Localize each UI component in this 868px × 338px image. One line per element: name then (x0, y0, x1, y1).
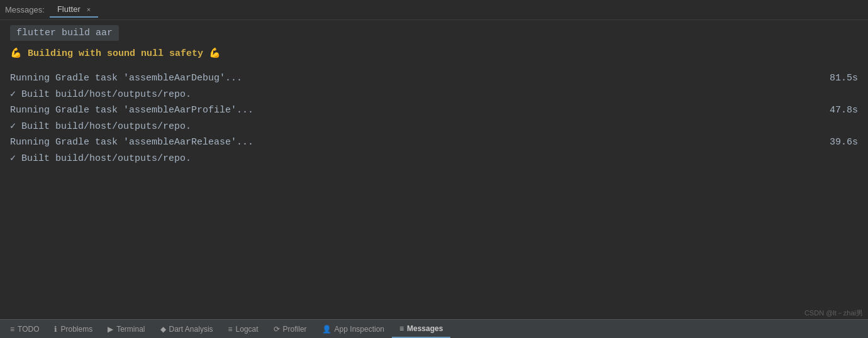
tab-bar: Messages: Flutter × (0, 0, 868, 20)
profiler-icon: ⟳ (274, 325, 280, 334)
check-line: ✓ Built build/host/outputs/repo. (10, 87, 858, 103)
toolbar-item-terminal[interactable]: ▶Terminal (100, 320, 152, 338)
command-line: flutter build aar (10, 25, 119, 41)
watermark: CSDN @lt－zhai男 (804, 308, 863, 318)
task-line: Running Gradle task 'assembleAarProfile'… (10, 102, 858, 119)
terminal-icon: ▶ (108, 325, 113, 334)
task-line: Running Gradle task 'assembleAarRelease'… (10, 134, 858, 151)
check-line: ✓ Built build/host/outputs/repo. (10, 151, 858, 167)
bottom-toolbar: ≡TODOℹProblems▶Terminal◆Dart Analysis≡Lo… (0, 319, 868, 338)
toolbar-item-dart-analysis[interactable]: ◆Dart Analysis (153, 320, 221, 338)
logcat-label: Logcat (236, 325, 259, 334)
terminal-content: flutter build aar 💪 Building with sound … (0, 20, 868, 319)
app-inspection-label: App Inspection (335, 325, 384, 334)
toolbar-item-messages[interactable]: ≡Messages (392, 320, 450, 338)
profiler-label: Profiler (283, 325, 307, 334)
flutter-tab-label: Flutter (57, 4, 81, 14)
flutter-tab-close[interactable]: × (87, 6, 91, 13)
messages-icon: ≡ (399, 324, 404, 333)
logcat-icon: ≡ (228, 325, 233, 334)
todo-label: TODO (18, 325, 39, 334)
messages-label: Messages (407, 324, 443, 333)
task-line: Running Gradle task 'assembleAarDebug'..… (10, 70, 858, 87)
toolbar-item-app-inspection[interactable]: 👤App Inspection (314, 320, 392, 338)
toolbar-items-container: ≡TODOℹProblems▶Terminal◆Dart Analysis≡Lo… (3, 320, 450, 338)
problems-icon: ℹ (54, 325, 57, 334)
messages-label: Messages: (5, 5, 45, 14)
dart-analysis-label: Dart Analysis (169, 325, 213, 334)
check-line: ✓ Built build/host/outputs/repo. (10, 119, 858, 135)
flutter-tab[interactable]: Flutter × (50, 2, 98, 18)
build-line: 💪 Building with sound null safety 💪 (10, 47, 858, 59)
toolbar-item-logcat[interactable]: ≡Logcat (221, 320, 266, 338)
problems-label: Problems (60, 325, 92, 334)
dart-analysis-icon: ◆ (160, 325, 166, 334)
toolbar-item-profiler[interactable]: ⟳Profiler (266, 320, 314, 338)
toolbar-item-problems[interactable]: ℹProblems (47, 320, 100, 338)
terminal-label: Terminal (116, 325, 145, 334)
todo-icon: ≡ (10, 325, 14, 334)
output-lines: Running Gradle task 'assembleAarDebug'..… (10, 70, 858, 166)
app-inspection-icon: 👤 (322, 325, 331, 334)
toolbar-item-todo[interactable]: ≡TODO (3, 320, 47, 338)
